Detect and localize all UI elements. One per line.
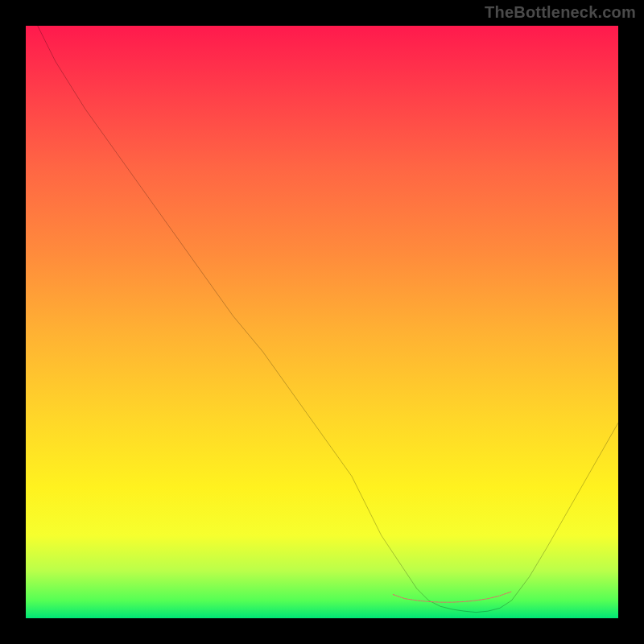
- watermark-text: TheBottleneck.com: [485, 3, 636, 22]
- marker-band: [393, 592, 511, 602]
- chart-svg: [26, 26, 618, 618]
- chart-stage: TheBottleneck.com: [0, 0, 644, 644]
- plot-area: [26, 26, 618, 618]
- bottleneck-curve: [38, 26, 618, 613]
